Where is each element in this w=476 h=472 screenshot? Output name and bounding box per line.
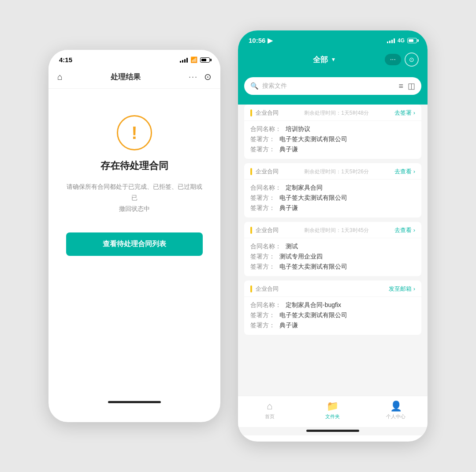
field-value: 定制家具合同 <box>286 184 323 192</box>
nav-home-label: 首页 <box>265 413 275 420</box>
card-3-header: 企业合同 剩余处理时间：1天3时45分 去查看 › <box>244 222 421 238</box>
card-3-row-3: 签署方： 电子签大卖测试有限公司 <box>250 263 415 271</box>
dots-pill[interactable]: ··· <box>385 54 401 65</box>
card-3-body: 合同名称： 测试 签署方： 测试专用企业四 签署方： 电子签大卖测试有限公司 <box>244 238 421 276</box>
nav-profile[interactable]: 👤 个人中心 <box>364 401 428 420</box>
card-4-row-1: 合同名称： 定制家具合同-bugfix <box>250 301 415 309</box>
battery-icon <box>200 57 210 63</box>
contract-card-3: 企业合同 剩余处理时间：1天3时45分 去查看 › 合同名称： 测试 签署方： … <box>244 222 421 276</box>
more-icon[interactable]: ··· <box>189 72 198 82</box>
card-3-row-1: 合同名称： 测试 <box>250 243 415 251</box>
card-3-type: 企业合同 <box>250 226 279 234</box>
profile-nav-icon: 👤 <box>390 401 402 412</box>
card-3-time: 剩余处理时间：1天3时45分 <box>304 227 369 234</box>
field-label: 签署方： <box>250 204 275 212</box>
home-indicator <box>108 401 161 403</box>
contract-card-1: 企业合同 剩余处理时间：1天5时48分 去签署 › 合同名称： 培训协议 签署方… <box>244 105 421 159</box>
card-1-row-2: 签署方： 电子签大卖测试有限公司 <box>250 135 415 143</box>
card-2-type-label: 企业合同 <box>256 168 279 176</box>
right-status-time: 10:56 ▶ <box>249 37 273 45</box>
field-label: 合同名称： <box>250 125 281 133</box>
nav-folder[interactable]: 📁 文件夹 <box>301 401 364 420</box>
bottom-nav: ⌂ 首页 📁 文件夹 👤 个人中心 <box>238 396 428 427</box>
warning-icon: ! <box>117 115 152 150</box>
card-2-row-2: 签署方： 电子签大卖测试有限公司 <box>250 194 415 202</box>
right-phone: 10:56 ▶ 4G 全部 ▼ ··· ⊙ <box>238 30 428 442</box>
right-phone-inner: 全部 ▼ ··· ⊙ 🔍 搜索文件 ≡ ◫ <box>238 48 428 435</box>
page-title: 处理结果 <box>111 72 141 82</box>
nav-home[interactable]: ⌂ 首页 <box>238 401 301 420</box>
header-title: 全部 <box>313 55 328 65</box>
card-type-bar <box>250 168 252 175</box>
field-value: 测试专用企业四 <box>279 253 323 261</box>
field-value: 电子签大卖测试有限公司 <box>279 135 347 143</box>
scan-button[interactable]: ⊙ <box>405 52 419 67</box>
field-label: 签署方： <box>250 322 275 330</box>
card-1-action[interactable]: 去签署 › <box>394 109 415 117</box>
signal-bars-icon <box>180 57 188 63</box>
search-container-bg: 🔍 搜索文件 ≡ ◫ <box>238 73 428 105</box>
scan-icon[interactable]: ⊙ <box>204 71 212 82</box>
card-2-type: 企业合同 <box>250 168 279 176</box>
field-label: 合同名称： <box>250 243 281 251</box>
card-type-bar <box>250 109 252 116</box>
card-3-row-2: 签署方： 测试专用企业四 <box>250 253 415 261</box>
field-value: 电子签大卖测试有限公司 <box>279 263 347 271</box>
warning-description: 请确保所有合同都处于已完成、已拒签、已过期或已撤回状态中 <box>66 181 203 215</box>
folder-nav-icon: 📁 <box>327 401 338 412</box>
card-1-row-1: 合同名称： 培训协议 <box>250 125 415 133</box>
card-4-row-2: 签署方： 电子签大卖测试有限公司 <box>250 311 415 319</box>
network-type-label: 4G <box>398 37 405 44</box>
card-1-header: 企业合同 剩余处理时间：1天5时48分 去签署 › <box>244 105 421 121</box>
nav-profile-label: 个人中心 <box>386 413 405 420</box>
card-1-body: 合同名称： 培训协议 签署方： 电子签大卖测试有限公司 签署方： 典子谦 <box>244 121 421 159</box>
field-value: 电子签大卖测试有限公司 <box>279 311 347 319</box>
card-3-action[interactable]: 去查看 › <box>394 226 415 234</box>
card-type-bar <box>250 285 252 292</box>
left-phone: 4:15 📶 ⌂ 处理结果 ··· ⊙ ! 存在待处理合同 请确保所有 <box>48 50 220 422</box>
search-bar[interactable]: 🔍 搜索文件 ≡ ◫ <box>244 77 421 95</box>
nav-folder-label: 文件夹 <box>325 413 340 420</box>
field-label: 签署方： <box>250 311 275 319</box>
right-battery-icon <box>407 38 417 43</box>
search-placeholder: 搜索文件 <box>262 82 395 90</box>
header-actions: ··· ⊙ <box>189 71 212 82</box>
left-status-time: 4:15 <box>59 56 72 64</box>
field-label: 合同名称： <box>250 184 281 192</box>
card-1-time: 剩余处理时间：1天5时48分 <box>304 109 369 117</box>
left-status-bar: 4:15 📶 <box>48 50 220 67</box>
dropdown-arrow-icon[interactable]: ▼ <box>331 56 336 63</box>
scan-circle-icon: ⊙ <box>409 56 414 63</box>
warning-title: 存在待处理合同 <box>100 159 168 172</box>
filter-icon[interactable]: ◫ <box>408 81 415 91</box>
field-label: 签署方： <box>250 146 275 154</box>
field-value: 典子谦 <box>279 204 298 212</box>
sort-icon[interactable]: ≡ <box>398 82 403 91</box>
field-label: 签署方： <box>250 194 275 202</box>
contract-card-4: 企业合同 发至邮箱 › 合同名称： 定制家具合同-bugfix 签署方： 电子签… <box>244 281 421 335</box>
field-label: 签署方： <box>250 263 275 271</box>
left-phone-inner: ⌂ 处理结果 ··· ⊙ ! 存在待处理合同 请确保所有合同都处于已完成、已拒签… <box>48 67 220 413</box>
home-icon[interactable]: ⌂ <box>57 72 63 82</box>
contracts-list: 企业合同 剩余处理时间：1天5时48分 去签署 › 合同名称： 培训协议 签署方… <box>238 105 428 396</box>
card-2-action[interactable]: 去查看 › <box>394 168 415 176</box>
dots-label: ··· <box>390 56 396 64</box>
left-status-icons: 📶 <box>180 56 210 63</box>
search-actions: ≡ ◫ <box>398 81 415 91</box>
card-1-type: 企业合同 <box>250 109 279 117</box>
view-pending-button[interactable]: 查看待处理合同列表 <box>66 232 203 256</box>
field-value: 典子谦 <box>279 322 298 330</box>
card-4-action[interactable]: 发至邮箱 › <box>389 285 415 293</box>
card-2-row-1: 合同名称： 定制家具合同 <box>250 184 415 192</box>
card-2-header: 企业合同 剩余处理时间：1天5时26分 去查看 › <box>244 163 421 180</box>
field-label: 签署方： <box>250 135 275 143</box>
field-value: 培训协议 <box>286 125 310 133</box>
card-type-bar <box>250 227 252 234</box>
left-content: ! 存在待处理合同 请确保所有合同都处于已完成、已拒签、已过期或已撤回状态中 查… <box>48 89 220 273</box>
right-status-icons: 4G <box>387 37 417 44</box>
field-label: 合同名称： <box>250 301 281 309</box>
card-2-row-3: 签署方： 典子谦 <box>250 204 415 212</box>
home-nav-icon: ⌂ <box>267 401 272 412</box>
card-4-row-3: 签署方： 典子谦 <box>250 322 415 330</box>
field-value: 电子签大卖测试有限公司 <box>279 194 347 202</box>
